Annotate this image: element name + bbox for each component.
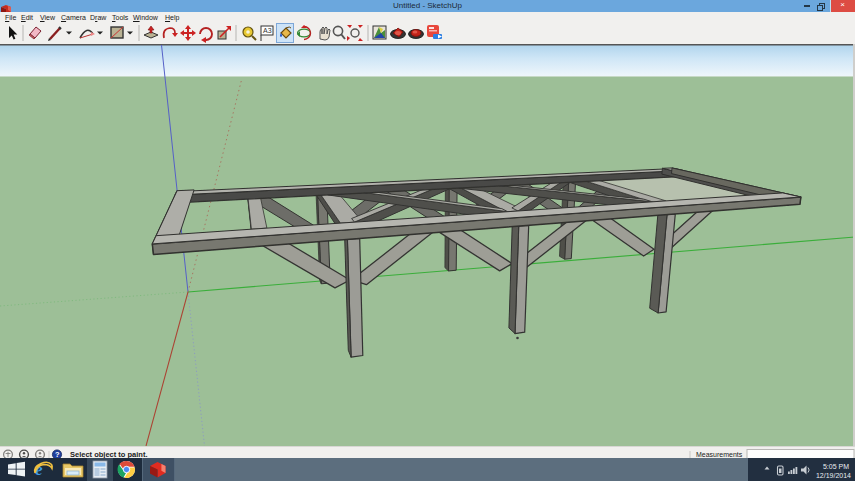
svg-text:A3: A3 — [263, 27, 272, 34]
svg-text:5:05 PM: 5:05 PM — [823, 463, 849, 470]
svg-text:12/19/2014: 12/19/2014 — [816, 472, 851, 479]
svg-text:Measurements: Measurements — [696, 451, 743, 458]
